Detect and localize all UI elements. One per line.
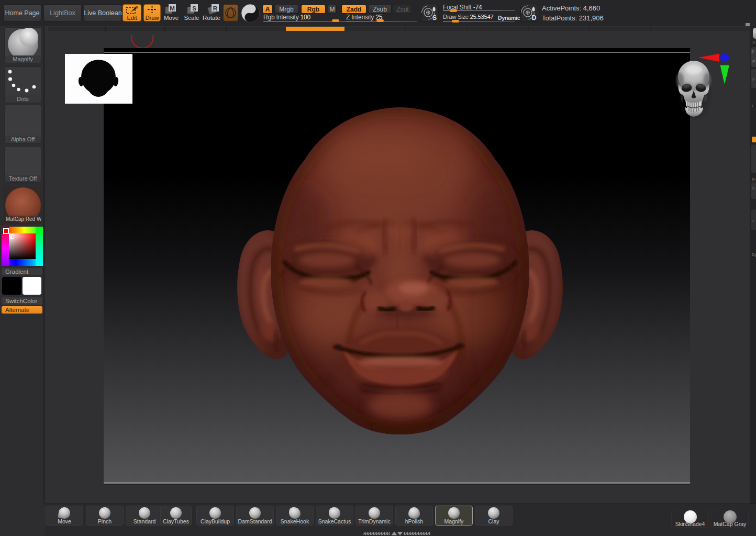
svg-text:D: D: [532, 14, 537, 21]
svg-text:Rotate: Rotate: [203, 15, 220, 21]
svg-text:M: M: [170, 5, 175, 12]
svg-text:R: R: [213, 5, 218, 12]
svg-text:Draw: Draw: [146, 15, 159, 21]
svg-text:Move: Move: [164, 15, 179, 21]
svg-text:Edit: Edit: [127, 15, 137, 21]
svg-text:Scale: Scale: [184, 15, 199, 21]
svg-text:S: S: [192, 5, 196, 12]
svg-text:S: S: [432, 14, 437, 21]
